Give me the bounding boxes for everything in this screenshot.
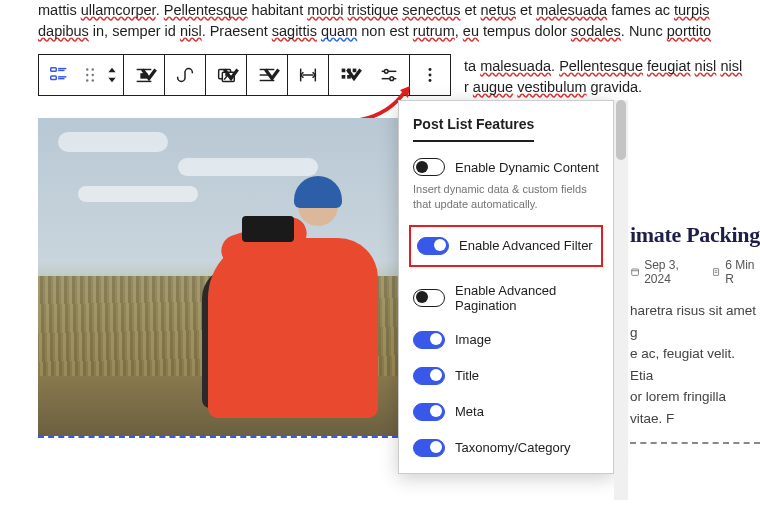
toggle-switch[interactable]: [413, 403, 445, 421]
feature-toggle-row[interactable]: Enable Advanced Filter: [413, 231, 599, 261]
feature-toggle-row[interactable]: Enable Dynamic Content: [409, 152, 603, 182]
scrollbar-thumb[interactable]: [616, 100, 626, 160]
block-toolbar: [38, 54, 451, 96]
link-button[interactable]: [165, 55, 205, 95]
more-options-button[interactable]: [410, 55, 450, 95]
feature-toggle-row[interactable]: Enable Advanced Pagination: [409, 277, 603, 319]
text-align-button[interactable]: [247, 55, 287, 95]
svg-point-10: [86, 79, 88, 81]
misspelled-word: ullamcorper: [81, 2, 156, 18]
text-fragment: mattis: [38, 2, 81, 18]
block-type-button[interactable]: [39, 55, 79, 95]
columns-button[interactable]: [329, 55, 369, 95]
toggle-label: Title: [455, 368, 479, 383]
post-title: imate Packing: [630, 222, 760, 248]
width-button[interactable]: [288, 55, 328, 95]
annotation-highlight-box: Enable Advanced Filter: [409, 225, 603, 267]
featured-image[interactable]: [38, 118, 398, 438]
svg-point-9: [92, 74, 94, 76]
svg-point-35: [429, 74, 432, 77]
toggle-label: Enable Dynamic Content: [455, 160, 599, 175]
svg-point-36: [429, 79, 432, 82]
panel-title: Post List Features: [413, 116, 534, 142]
calendar-icon: [630, 266, 640, 278]
toggle-switch[interactable]: [413, 367, 445, 385]
post-excerpt: haretra risus sit amet g e ac, feugiat v…: [630, 300, 760, 430]
move-arrows-button[interactable]: [101, 55, 123, 95]
svg-point-34: [429, 68, 432, 71]
svg-rect-37: [632, 269, 639, 275]
align-button[interactable]: [124, 55, 164, 95]
toggle-label: Meta: [455, 404, 484, 419]
post-date: Sep 3, 2024: [630, 258, 699, 286]
svg-point-6: [86, 68, 88, 70]
svg-point-31: [384, 70, 388, 74]
toggle-switch[interactable]: [413, 439, 445, 457]
svg-rect-3: [51, 76, 57, 80]
feature-toggle-row[interactable]: Taxonomy/Category: [409, 433, 603, 463]
panel-scrollbar[interactable]: [614, 100, 628, 500]
toggle-switch[interactable]: [413, 289, 445, 307]
toggle-label: Image: [455, 332, 491, 347]
card-bottom-divider: [630, 442, 760, 444]
svg-point-8: [86, 74, 88, 76]
svg-rect-0: [51, 68, 57, 72]
image-button[interactable]: [206, 55, 246, 95]
document-icon: [711, 266, 721, 278]
toggle-label: Enable Advanced Filter: [459, 238, 593, 253]
drag-handle[interactable]: [79, 55, 101, 95]
svg-rect-39: [714, 269, 719, 276]
post-meta: Sep 3, 2024 6 Min R: [630, 258, 760, 286]
toggle-label: Enable Advanced Pagination: [455, 283, 599, 313]
svg-point-7: [92, 68, 94, 70]
post-card[interactable]: imate Packing Sep 3, 2024 6 Min R haretr…: [630, 222, 760, 430]
feature-toggle-row[interactable]: Image: [409, 325, 603, 355]
toggle-label: Taxonomy/Category: [455, 440, 571, 455]
editor-paragraph[interactable]: mattis ullamcorper. Pellentesque habitan…: [0, 0, 760, 46]
image-subject: [208, 168, 378, 418]
post-list-features-panel: Post List Features Enable Dynamic Conten…: [398, 100, 614, 474]
editor-paragraph-continued[interactable]: ta malesuada. Pellentesque feugiat nisl …: [460, 56, 760, 98]
toggle-switch[interactable]: [417, 237, 449, 255]
toggle-switch[interactable]: [413, 331, 445, 349]
settings-sliders-button[interactable]: [369, 55, 409, 95]
svg-point-11: [92, 79, 94, 81]
post-read-time: 6 Min R: [711, 258, 760, 286]
toggle-help-text: Insert dynamic data & custom fields that…: [409, 182, 603, 221]
toggle-switch[interactable]: [413, 158, 445, 176]
svg-point-33: [390, 77, 394, 81]
feature-toggle-row[interactable]: Meta: [409, 397, 603, 427]
feature-toggle-row[interactable]: Title: [409, 361, 603, 391]
